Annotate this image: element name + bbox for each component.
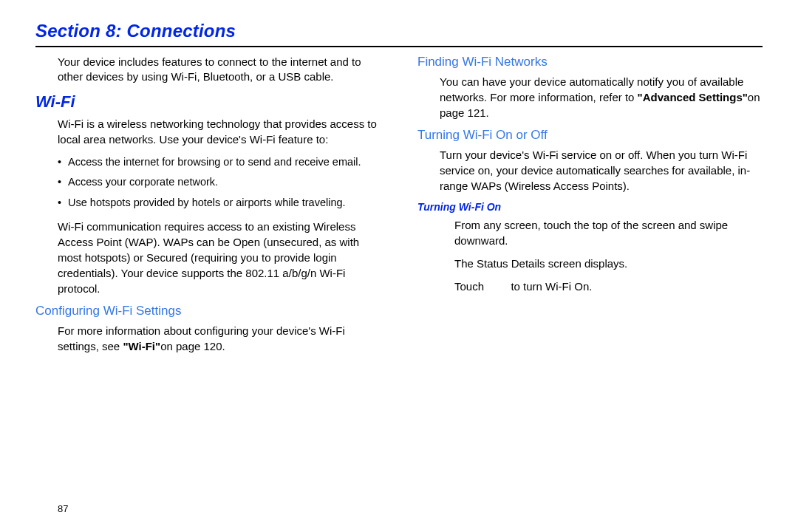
list-item: Access the internet for browsing or to s…	[58, 154, 381, 171]
step-paragraph: Touch to turn Wi-Fi On.	[454, 279, 763, 294]
document-page: Section 8: Connections Your device inclu…	[0, 0, 798, 532]
configuring-paragraph: For more information about configuring y…	[58, 323, 381, 354]
wifi-intro: Wi-Fi is a wireless networking technolog…	[58, 116, 381, 147]
wifi-bullet-list: Access the internet for browsing or to s…	[58, 154, 381, 211]
right-column: Finding Wi-Fi Networks You can have your…	[417, 55, 763, 361]
text-run: on page 120.	[160, 340, 225, 352]
step-paragraph: From any screen, touch the top of the sc…	[454, 217, 763, 248]
text-run: to turn Wi-Fi On.	[511, 280, 592, 293]
wifi-heading: Wi-Fi	[35, 92, 381, 112]
text-run: Touch	[454, 280, 487, 293]
list-item: Use hotspots provided by hotels or airpo…	[58, 195, 381, 211]
finding-heading: Finding Wi-Fi Networks	[417, 55, 763, 69]
two-column-layout: Your device includes features to connect…	[35, 55, 763, 361]
horizontal-rule	[35, 46, 763, 47]
configuring-heading: Configuring Wi-Fi Settings	[35, 304, 381, 318]
page-number: 87	[58, 503, 68, 514]
bold-reference: "Advanced Settings"	[638, 91, 748, 103]
finding-paragraph: You can have your device automatically n…	[440, 74, 763, 120]
bold-reference: "Wi-Fi"	[123, 340, 160, 352]
turning-heading: Turning Wi-Fi On or Off	[417, 128, 763, 143]
section-title: Section 8: Connections	[35, 21, 763, 41]
turning-on-subheading: Turning Wi-Fi On	[417, 201, 763, 213]
turning-paragraph: Turn your device's Wi-Fi service on or o…	[440, 147, 763, 194]
wap-paragraph: Wi-Fi communication requires access to a…	[58, 219, 381, 296]
left-column: Your device includes features to connect…	[35, 55, 381, 361]
step-paragraph: The Status Details screen displays.	[454, 256, 763, 271]
intro-paragraph: Your device includes features to connect…	[58, 55, 381, 85]
list-item: Access your corporate network.	[58, 174, 381, 191]
